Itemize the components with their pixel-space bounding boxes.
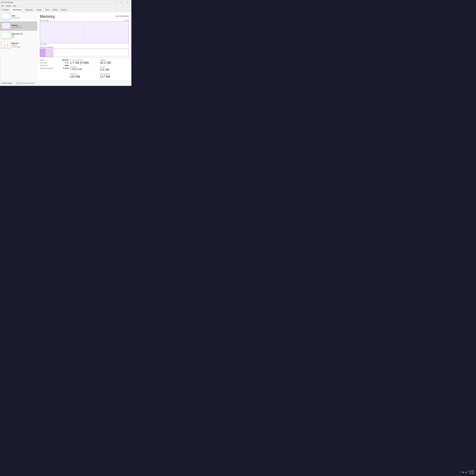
- stat-cached: Cached 3.4 GB: [100, 66, 129, 71]
- cpu-sub: 1% 4.38 GHz: [12, 17, 36, 18]
- disk-sub2: 0%: [12, 37, 36, 38]
- resource-monitor-icon: ⚠: [16, 82, 18, 84]
- disk-sub1: SSD: [12, 35, 36, 36]
- speed-value: 2400 MHz: [62, 59, 69, 61]
- menu-file[interactable]: File: [1, 5, 5, 7]
- usage-value: 31.9 GB: [124, 19, 129, 21]
- chart-time-left: 30 seconds: [40, 43, 47, 45]
- slots-value: 4 of 4: [65, 62, 68, 64]
- tab-startup[interactable]: Startup: [35, 8, 43, 12]
- menu-view[interactable]: View: [12, 5, 17, 7]
- stats-grid: In use (Compressed) 1.7 GB (0 MB) Availa…: [40, 59, 129, 78]
- available-value: 30.2 GB: [100, 61, 129, 65]
- ethernet-thumbnail: [2, 42, 10, 48]
- in-use-value: 1.7 GB (0 MB): [70, 61, 99, 65]
- svg-rect-13: [2, 32, 10, 39]
- svg-rect-17: [2, 42, 10, 48]
- close-button[interactable]: ✕: [125, 1, 130, 4]
- comp-standby: [45, 49, 53, 57]
- open-resource-monitor-label: Open Resource Monitor: [19, 82, 35, 84]
- sidebar-item-ethernet[interactable]: Ethernet Ethernet S: 0 R: 0 Kbps: [0, 40, 37, 50]
- cached-value: 3.4 GB: [100, 68, 129, 71]
- committed-value: 1.5/33.9 GB: [70, 68, 99, 70]
- open-resource-monitor-button[interactable]: ⚠ Open Resource Monitor: [16, 82, 35, 84]
- tab-services[interactable]: Services: [59, 8, 68, 12]
- form-value: DIMM: [65, 65, 69, 67]
- sidebar-item-memory[interactable]: Memory 1.7/31.9 GB (5%): [0, 21, 37, 31]
- memory-composition-chart: [40, 49, 129, 57]
- cpu-info: CPU 1% 4.38 GHz: [12, 15, 36, 18]
- cpu-name: CPU: [12, 15, 36, 17]
- detail-spec: 32.0 GB DDR3: [116, 15, 129, 17]
- available-label: Available: [100, 59, 129, 61]
- slots-label: Slots used:: [40, 62, 47, 64]
- hw-row: Hardware reserved: 63.4 MB: [40, 68, 69, 69]
- chart-time-right: 0: [128, 43, 129, 45]
- detail-title: Memory: [40, 14, 55, 19]
- stat-in-use: In use (Compressed) 1.7 GB (0 MB): [70, 59, 99, 65]
- tab-performance[interactable]: Performance: [11, 8, 24, 12]
- paged-label: Paged pool: [70, 73, 99, 75]
- fewer-details-label: Fewer details: [3, 82, 12, 84]
- speed-row: Speed: 2400 MHz: [40, 59, 69, 61]
- stat-paged: Paged pool 124 MB: [70, 73, 99, 78]
- fewer-details-button[interactable]: ◀ Fewer details: [2, 82, 12, 84]
- ethernet-sub2: S: 0 R: 0 Kbps: [12, 46, 36, 48]
- memory-usage-chart: [40, 21, 129, 43]
- arrow-left-icon: ◀: [2, 82, 3, 84]
- task-manager-window: Task Manager — □ ✕ File Options View Pro…: [0, 0, 131, 86]
- slots-row: Slots used: 4 of 4: [40, 62, 69, 64]
- stat-nonpaged: Non-paged pool 117 MB: [100, 73, 129, 78]
- bottom-bar: ◀ Fewer details ⚠ Open Resource Monitor: [0, 80, 131, 86]
- cached-label: Cached: [100, 66, 129, 68]
- composition-label: Memory composition: [40, 46, 129, 48]
- maximize-button[interactable]: □: [119, 1, 124, 4]
- disk-thumbnail: [2, 32, 10, 39]
- form-label: Form factor:: [40, 65, 48, 67]
- svg-rect-4: [2, 2, 3, 3]
- tab-details[interactable]: Details: [51, 8, 59, 12]
- composition-section: Memory composition: [40, 46, 129, 57]
- title-bar: Task Manager — □ ✕: [0, 0, 131, 4]
- disk-name: Disk 0 (C: D:): [12, 33, 36, 35]
- stat-right-col: Speed: 2400 MHz Slots used: 4 of 4 Form …: [40, 59, 69, 78]
- sidebar-item-cpu[interactable]: CPU 1% 4.38 GHz: [0, 12, 37, 21]
- svg-rect-5: [2, 13, 10, 20]
- window-title: Task Manager: [4, 1, 13, 3]
- comp-in-use: [40, 49, 45, 57]
- tab-bar: Processes Performance App history Startu…: [0, 8, 131, 12]
- detail-panel: Memory 32.0 GB DDR3 Memory usage 31.9 GB: [37, 12, 131, 80]
- memory-info: Memory 1.7/31.9 GB (5%): [12, 24, 36, 28]
- minimize-button[interactable]: —: [113, 1, 118, 4]
- menu-bar: File Options View: [0, 4, 131, 8]
- memory-usage-section: Memory usage 31.9 GB: [40, 19, 129, 45]
- form-row: Form factor: DIMM: [40, 65, 69, 67]
- memory-thumbnail: [2, 23, 10, 30]
- main-content: CPU 1% 4.38 GHz Memory 1: [0, 12, 131, 80]
- svg-rect-2: [1, 2, 2, 3]
- disk-info: Disk 0 (C: D:) SSD 0%: [12, 33, 36, 38]
- cpu-thumbnail: [2, 13, 10, 20]
- sidebar-item-disk[interactable]: Disk 0 (C: D:) SSD 0%: [0, 31, 37, 40]
- memory-name: Memory: [12, 24, 36, 26]
- tab-processes[interactable]: Processes: [0, 8, 11, 12]
- detail-header: Memory 32.0 GB DDR3: [40, 14, 129, 19]
- tab-app-history[interactable]: App history: [24, 8, 35, 12]
- hw-value: 63.4 MB: [63, 68, 68, 69]
- in-use-label: In use (Compressed): [70, 59, 99, 61]
- ethernet-info: Ethernet Ethernet S: 0 R: 0 Kbps: [12, 42, 36, 48]
- chart-time-row: 30 seconds 0: [40, 43, 129, 45]
- paged-value: 124 MB: [70, 75, 99, 78]
- nonpaged-value: 117 MB: [100, 75, 129, 78]
- title-controls: — □ ✕: [113, 1, 130, 4]
- committed-label: Committed: [70, 66, 99, 68]
- chart-label-row: Memory usage 31.9 GB: [40, 19, 129, 21]
- svg-rect-9: [2, 23, 10, 29]
- menu-options[interactable]: Options: [5, 5, 12, 7]
- app-icon: [1, 1, 3, 3]
- tab-users[interactable]: Users: [43, 8, 51, 12]
- stat-committed: Committed 1.5/33.9 GB: [70, 66, 99, 71]
- speed-label: Speed:: [40, 59, 45, 61]
- usage-label: Memory usage: [40, 19, 49, 21]
- comp-free: [53, 49, 129, 57]
